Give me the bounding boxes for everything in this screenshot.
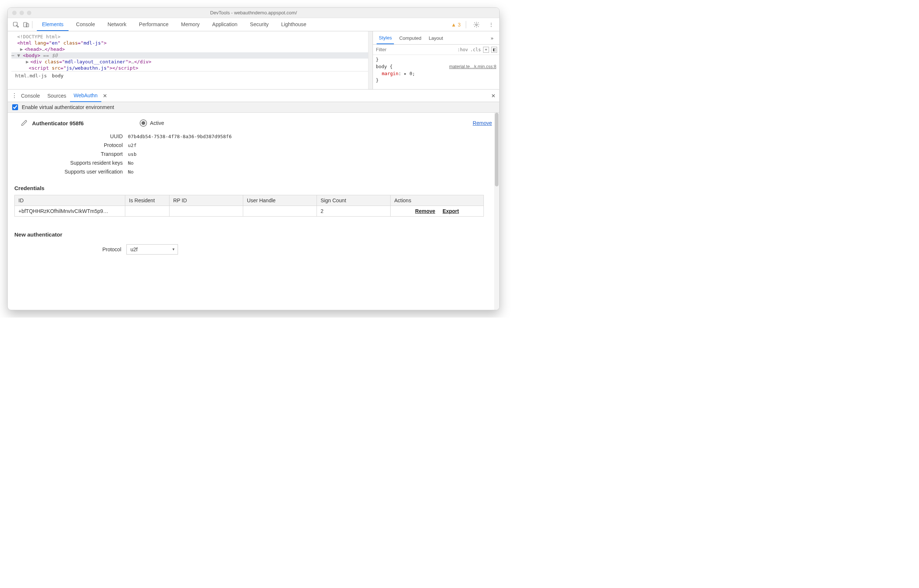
cred-user-handle [243, 206, 317, 216]
active-label: Active [150, 120, 164, 126]
dom-line[interactable]: <script src="js/webauthn.js"></script> [11, 65, 368, 71]
zoom-traffic-light[interactable] [27, 11, 31, 15]
toolbar-right: ▲ 3 ⋮ [451, 19, 496, 30]
tab-security[interactable]: Security [245, 18, 274, 31]
styles-filter-input[interactable] [375, 45, 455, 54]
table-row: +bfTQHHRzKOfhilMnvIvCIkWTm5p9… 2 Remove … [15, 206, 484, 216]
tab-performance[interactable]: Performance [134, 18, 174, 31]
close-drawer-tab-icon[interactable]: ✕ [103, 93, 107, 99]
svg-point-3 [476, 24, 478, 26]
prop-transport: Transport usb [21, 150, 492, 158]
dom-line-selected[interactable]: ⋯ ▼ <body> == $0 [11, 52, 368, 58]
prop-uuid: UUID 07b4db54-7538-4f78-8a36-9bd387d958f… [21, 132, 492, 141]
dom-line[interactable]: <!DOCTYPE html> [11, 34, 368, 40]
toggle-sidebar-icon[interactable]: ◧ [491, 47, 497, 53]
warnings-number: 3 [458, 22, 460, 27]
dom-line[interactable]: ▶<div class="mdl-layout__container">…</d… [11, 58, 368, 65]
tab-application[interactable]: Application [207, 18, 243, 31]
credentials-heading: Credentials [15, 185, 492, 191]
drawer-tab-sources[interactable]: Sources [44, 90, 69, 102]
stab-computed[interactable]: Computed [397, 34, 423, 44]
col-rp-id[interactable]: RP ID [170, 195, 243, 206]
pencil-icon[interactable] [21, 120, 27, 126]
cred-is-resident [125, 206, 170, 216]
prop-user-verification: Supports user verification No [21, 167, 492, 176]
col-actions[interactable]: Actions [391, 195, 484, 206]
tab-elements[interactable]: Elements [37, 18, 69, 31]
warnings-count[interactable]: ▲ 3 [451, 22, 460, 27]
cred-rp-id [170, 206, 243, 216]
styles-tabs: Styles Computed Layout » [373, 31, 499, 45]
rule-source-link[interactable]: material.te…k.min.css:8 [449, 63, 496, 70]
main-tabs: Elements Console Network Performance Mem… [37, 18, 312, 31]
toolbar-divider [466, 21, 466, 28]
tab-memory[interactable]: Memory [176, 18, 205, 31]
webauthn-panel: Authenticator 958f6 Active Remove UUID 0… [8, 113, 499, 310]
kebab-menu-icon[interactable]: ⋮ [486, 19, 496, 30]
cred-sign-count: 2 [317, 206, 391, 216]
device-toolbar-icon[interactable] [21, 19, 31, 30]
styles-body[interactable]: } body { material.te…k.min.css:8 margin:… [373, 55, 499, 86]
crumb-html[interactable]: html.mdl-js [15, 73, 47, 79]
close-drawer-icon[interactable]: ✕ [491, 93, 496, 99]
svg-rect-2 [26, 24, 29, 27]
col-sign-count[interactable]: Sign Count [317, 195, 391, 206]
stab-styles[interactable]: Styles [376, 34, 394, 44]
devtools-window: DevTools - webauthndemo.appspot.com/ Ele… [7, 7, 500, 310]
scrollbar-thumb[interactable] [495, 113, 499, 186]
warning-icon: ▲ [451, 22, 456, 27]
enable-virtual-env-label: Enable virtual authenticator environment [22, 104, 114, 110]
col-user-handle[interactable]: User Handle [243, 195, 317, 206]
toolbar-divider [32, 21, 32, 28]
title-bar: DevTools - webauthndemo.appspot.com/ [8, 8, 499, 18]
credentials-table: ID Is Resident RP ID User Handle Sign Co… [15, 195, 484, 216]
new-style-rule-icon[interactable]: + [483, 47, 489, 53]
stab-layout[interactable]: Layout [426, 34, 445, 44]
breadcrumbs: html.mdl-js body [11, 71, 368, 80]
crumb-body[interactable]: body [52, 73, 63, 79]
minimize-traffic-light[interactable] [19, 11, 24, 15]
elements-panel: <!DOCTYPE html> <html lang="en" class="m… [8, 31, 499, 89]
traffic-lights [12, 11, 31, 15]
close-traffic-light[interactable] [12, 11, 16, 15]
dom-line[interactable]: <html lang="en" class="mdl-js"> [11, 40, 368, 46]
hov-toggle[interactable]: :hov [457, 47, 468, 52]
authenticator-header: Authenticator 958f6 Active Remove [21, 120, 492, 127]
cred-export-link[interactable]: Export [443, 208, 459, 214]
drawer-tab-console[interactable]: Console [17, 90, 44, 102]
main-toolbar: Elements Console Network Performance Mem… [8, 18, 499, 31]
new-auth-protocol-label: Protocol [21, 247, 121, 252]
radio-icon [140, 120, 147, 127]
dom-scrollbar[interactable] [368, 31, 373, 89]
tab-console[interactable]: Console [71, 18, 100, 31]
tab-network[interactable]: Network [102, 18, 132, 31]
prop-protocol: Protocol u2f [21, 141, 492, 150]
enable-virtual-env-checkbox[interactable] [12, 104, 18, 110]
col-is-resident[interactable]: Is Resident [125, 195, 170, 206]
inspect-icon[interactable] [11, 19, 21, 30]
prop-resident-keys: Supports resident keys No [21, 158, 492, 167]
active-radio[interactable]: Active [140, 120, 164, 127]
drawer-tabs: ⋮ Console Sources WebAuthn ✕ ✕ [8, 89, 499, 102]
col-id[interactable]: ID [15, 195, 125, 206]
styles-more-icon[interactable]: » [489, 34, 496, 44]
protocol-select[interactable]: u2f [126, 244, 178, 255]
enable-virtual-env-bar: Enable virtual authenticator environment [8, 102, 499, 113]
tab-lighthouse[interactable]: Lighthouse [276, 18, 312, 31]
dom-tree[interactable]: <!DOCTYPE html> <html lang="en" class="m… [8, 31, 368, 89]
cred-actions: Remove Export [391, 206, 484, 216]
remove-authenticator-link[interactable]: Remove [473, 120, 492, 126]
panel-scrollbar[interactable] [494, 113, 499, 310]
drawer-tab-webauthn[interactable]: WebAuthn [70, 89, 101, 102]
drawer-menu-icon[interactable]: ⋮ [11, 92, 17, 99]
styles-filter-row: :hov .cls + ◧ [373, 45, 499, 55]
authenticator-properties: UUID 07b4db54-7538-4f78-8a36-9bd387d958f… [21, 132, 492, 176]
authenticator-title: Authenticator 958f6 [32, 120, 84, 126]
gear-icon[interactable] [471, 19, 481, 30]
cred-remove-link[interactable]: Remove [415, 208, 435, 214]
svg-rect-1 [24, 23, 27, 27]
new-auth-protocol-row: Protocol u2f [21, 244, 492, 255]
dom-line[interactable]: ▶<head>…</head> [11, 46, 368, 52]
window-title: DevTools - webauthndemo.appspot.com/ [8, 10, 499, 16]
cls-toggle[interactable]: .cls [470, 47, 481, 52]
